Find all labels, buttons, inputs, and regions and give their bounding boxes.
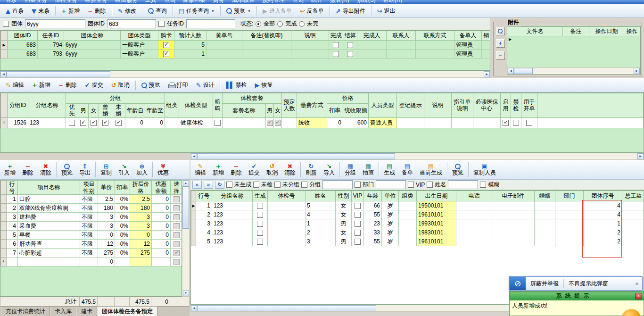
cell[interactable]: 3 (130, 222, 152, 231)
col-group-id[interactable]: 团体ID (8, 31, 38, 41)
attachment-list[interactable] (507, 36, 640, 67)
cell[interactable] (171, 258, 182, 266)
cell[interactable]: 0 (98, 231, 115, 240)
col-discount-amount[interactable]: 优惠金额 (152, 181, 171, 195)
col-group-band[interactable]: 分组 (66, 93, 165, 104)
billing-checkbox[interactable] (526, 120, 532, 126)
group-id-input[interactable] (107, 19, 156, 28)
task-query-button[interactable]: ▤任务查询▼ (175, 5, 218, 17)
cell[interactable] (535, 210, 555, 219)
cell[interactable]: 3 (7, 213, 18, 222)
cell[interactable]: 683 (8, 50, 38, 58)
cell[interactable]: 不限 (80, 231, 98, 240)
cell[interactable] (268, 210, 305, 219)
tab-create-card[interactable]: 建卡 (76, 307, 97, 316)
card-checkbox[interactable] (163, 42, 169, 48)
cell[interactable] (622, 201, 644, 210)
reverse-memo-button[interactable]: ↩反备单 (296, 5, 328, 17)
cell[interactable] (171, 249, 182, 258)
cell[interactable]: 普通人员 (369, 117, 397, 128)
col-male[interactable]: 男 (78, 104, 89, 118)
add-button[interactable]: +新增 (28, 79, 54, 91)
cell[interactable]: 3 (196, 219, 212, 228)
query-button[interactable]: 查询 (144, 5, 171, 17)
preview-button[interactable]: 预览▼ (223, 5, 255, 17)
cell[interactable] (622, 210, 644, 219)
person-row[interactable]: 4 123 2 女 33 岁 19830101 2 (191, 228, 644, 237)
col-note[interactable]: 说明 (424, 93, 452, 118)
submit-button[interactable]: ✔提交 (245, 161, 263, 179)
scroll-right-button[interactable]: ▶ (634, 68, 640, 74)
settled-checkbox[interactable] (347, 51, 353, 57)
cell[interactable]: 0 (152, 204, 171, 213)
cell[interactable] (130, 258, 152, 266)
dept-filter-checkbox[interactable] (355, 182, 361, 188)
edit-button[interactable]: ✎编辑 (2, 79, 28, 91)
cell[interactable]: 0 (152, 195, 171, 204)
col-phone[interactable]: 电话 (456, 191, 492, 201)
join-button[interactable]: ⊕加入 (133, 161, 151, 179)
add-button[interactable]: +新增 (1, 161, 19, 179)
menu-item[interactable]: 体检业务 (51, 0, 81, 4)
col-sex[interactable]: 性别 (336, 191, 352, 201)
cell[interactable] (80, 258, 98, 266)
cell[interactable] (492, 201, 535, 210)
dont-remind-button[interactable]: 不再提示此弹窗 (564, 277, 613, 290)
cell[interactable] (535, 219, 555, 228)
status-done-radio[interactable] (277, 21, 283, 27)
code-checkbox[interactable] (215, 120, 221, 126)
cell[interactable]: 19610101 (417, 210, 456, 219)
name-filter-input[interactable] (448, 180, 478, 189)
col-discounted-price[interactable]: 折后价格 (130, 181, 152, 195)
import-button[interactable]: ↘引入 (115, 161, 133, 179)
menu-item[interactable]: 健康档案 (179, 0, 209, 4)
cell[interactable] (282, 117, 297, 128)
col-package-band[interactable]: 体检套餐 (223, 93, 282, 104)
cell[interactable]: 4 (305, 210, 336, 219)
add-button[interactable]: +新增 (58, 5, 83, 17)
menu-item[interactable]: 查询 (289, 0, 307, 4)
married-checkbox[interactable] (102, 120, 108, 126)
scroll-left-button[interactable]: ◀ (0, 71, 7, 77)
settled-checkbox[interactable] (347, 42, 353, 48)
cell[interactable]: 一般客户 (121, 50, 158, 58)
col-done-by[interactable]: 完成人 (357, 31, 387, 41)
cell[interactable]: 275 (130, 249, 152, 258)
cell[interactable] (115, 258, 130, 266)
cell[interactable] (511, 117, 521, 128)
cell[interactable] (112, 117, 125, 128)
col-forbid[interactable]: 禁检 (511, 93, 521, 118)
cell[interactable] (555, 219, 584, 228)
last-record-button[interactable]: ▼末条 (28, 5, 53, 17)
cell[interactable] (473, 117, 501, 128)
cell[interactable] (171, 195, 182, 204)
cell[interactable] (266, 117, 274, 128)
scroll-thumb[interactable] (197, 153, 395, 159)
cell[interactable]: 管理员 (454, 41, 482, 50)
cell[interactable] (456, 219, 492, 228)
cell[interactable]: 3 (305, 237, 336, 246)
cell[interactable]: 2.5 (98, 195, 115, 204)
cell[interactable]: 女 (336, 210, 352, 219)
col-age-to[interactable]: 年龄至 (145, 104, 165, 118)
cell[interactable]: 1 (174, 50, 206, 58)
cell[interactable]: 2 (7, 204, 18, 213)
cell[interactable]: 19500101 (417, 201, 456, 210)
spot-check-button[interactable]: ▦抽查 (359, 161, 377, 179)
cell[interactable]: 4 (196, 228, 212, 237)
refresh-button[interactable]: ↻ (215, 181, 224, 189)
cell[interactable] (268, 237, 305, 246)
col-age-from[interactable]: 年龄自 (125, 104, 145, 118)
delete-button[interactable]: −删除 (84, 5, 110, 17)
clear-button[interactable]: ✖清除 (37, 161, 55, 179)
block-report-button[interactable]: 屏蔽并举报 (526, 277, 563, 290)
cell[interactable] (492, 228, 535, 237)
cell[interactable]: 0 (152, 222, 171, 231)
cell[interactable]: 180 (98, 204, 115, 213)
cell[interactable]: 123 (28, 117, 66, 128)
cell[interactable]: 0 (152, 231, 171, 240)
cell[interactable]: 12 (130, 240, 152, 249)
select-checkbox[interactable] (173, 232, 180, 238)
cell[interactable]: 女 (336, 228, 352, 237)
menu-item[interactable]: 成本核算 (228, 0, 258, 4)
